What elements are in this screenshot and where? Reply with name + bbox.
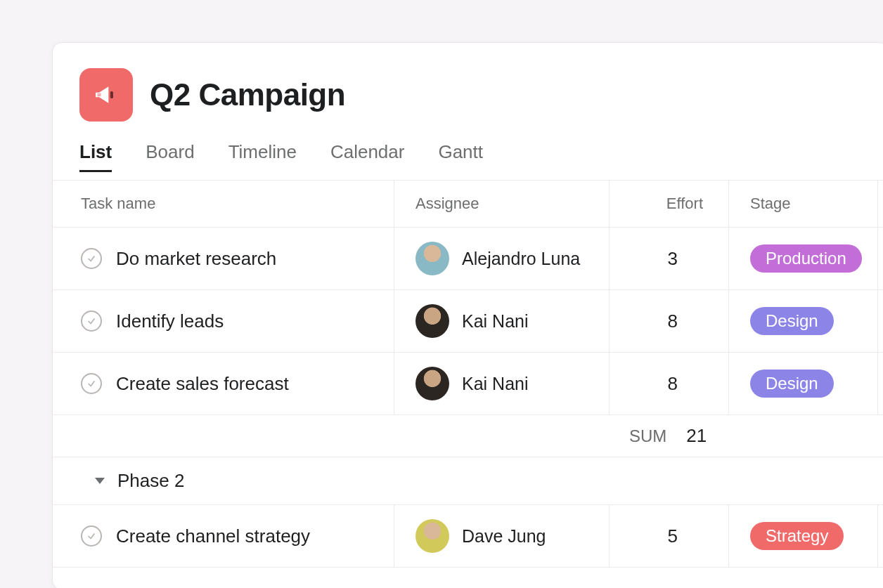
assignee-name: Kai Nani <box>462 374 529 394</box>
effort-value: 8 <box>631 373 703 395</box>
project-icon-wrapper[interactable] <box>79 68 133 122</box>
avatar[interactable] <box>415 367 449 400</box>
chevron-down-icon <box>95 478 105 484</box>
sum-label: SUM <box>629 426 666 446</box>
col-header-effort[interactable]: Effort <box>610 181 729 227</box>
check-circle-icon[interactable] <box>81 248 102 269</box>
table-header-row: Task name Assignee Effort Stage <box>53 181 883 228</box>
tab-timeline[interactable]: Timeline <box>228 141 297 171</box>
task-name-label: Identify leads <box>116 311 224 332</box>
view-tabs: List Board Timeline Calendar Gantt <box>53 141 883 181</box>
col-header-assignee[interactable]: Assignee <box>394 181 610 227</box>
tab-gantt[interactable]: Gantt <box>438 141 483 171</box>
tab-calendar[interactable]: Calendar <box>330 141 405 171</box>
sum-row: SUM 21 <box>53 415 883 457</box>
effort-value: 8 <box>631 311 703 332</box>
effort-value: 3 <box>631 248 703 270</box>
sum-value: 21 <box>686 425 707 447</box>
section-header[interactable]: Phase 2 <box>53 457 883 505</box>
check-circle-icon[interactable] <box>81 525 102 547</box>
megaphone-icon <box>92 81 120 109</box>
table-row[interactable]: Identify leads Kai Nani 8 Design <box>53 290 883 353</box>
stage-badge[interactable]: Design <box>750 370 834 398</box>
project-header: Q2 Campaign <box>53 43 883 141</box>
table-row[interactable]: Do market research Alejandro Luna 3 Prod… <box>53 228 883 290</box>
check-circle-icon[interactable] <box>81 311 102 332</box>
effort-value: 5 <box>631 525 703 547</box>
svg-rect-0 <box>98 93 101 94</box>
col-header-end <box>878 181 883 227</box>
assignee-name: Kai Nani <box>462 311 529 332</box>
table-row[interactable]: Create channel strategy Dave Jung 5 Stra… <box>53 505 883 568</box>
table-row[interactable]: Create sales forecast Kai Nani 8 Design <box>53 353 883 415</box>
section-title: Phase 2 <box>117 470 184 492</box>
stage-badge[interactable]: Strategy <box>750 522 844 550</box>
task-table: Task name Assignee Effort Stage Do marke… <box>53 181 883 568</box>
stage-badge[interactable]: Design <box>750 307 834 335</box>
assignee-name: Alejandro Luna <box>462 249 580 269</box>
check-circle-icon[interactable] <box>81 373 102 394</box>
avatar[interactable] <box>415 519 449 553</box>
stage-badge[interactable]: Production <box>750 244 862 273</box>
svg-rect-1 <box>98 96 101 96</box>
col-header-stage[interactable]: Stage <box>729 181 878 227</box>
page-title: Q2 Campaign <box>150 77 345 112</box>
avatar[interactable] <box>415 242 449 275</box>
task-name-label: Create channel strategy <box>116 525 310 547</box>
svg-rect-2 <box>110 91 113 98</box>
task-name-label: Create sales forecast <box>116 373 289 395</box>
avatar[interactable] <box>415 304 449 338</box>
col-header-task[interactable]: Task name <box>53 181 394 227</box>
assignee-name: Dave Jung <box>462 526 546 547</box>
project-window: Q2 Campaign List Board Timeline Calendar… <box>52 42 883 588</box>
tab-list[interactable]: List <box>79 141 112 171</box>
task-name-label: Do market research <box>116 248 276 270</box>
tab-board[interactable]: Board <box>146 141 194 171</box>
